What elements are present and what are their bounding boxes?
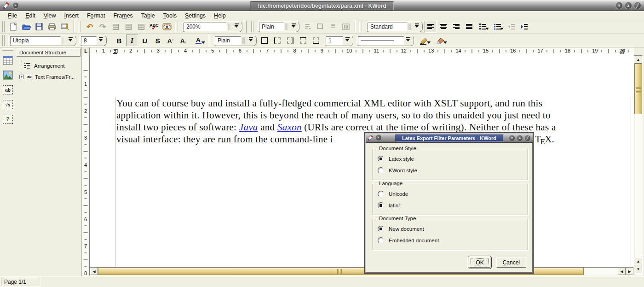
chevron-down-icon[interactable] — [343, 36, 351, 45]
font-family-combo[interactable]: Utopia — [8, 35, 76, 46]
border-color-button[interactable] — [416, 35, 431, 47]
chevron-down-icon[interactable] — [289, 23, 298, 31]
underline-button[interactable]: U — [139, 35, 151, 47]
border-bottom-button[interactable] — [310, 35, 322, 47]
border-width-combo[interactable]: 1 — [324, 35, 353, 46]
border-style-value[interactable] — [358, 36, 404, 45]
border-top-button[interactable] — [297, 35, 309, 47]
italic-button[interactable]: I — [126, 35, 138, 47]
paragraph-style-combo[interactable]: Plain — [257, 21, 299, 32]
menu-file[interactable]: File — [4, 12, 21, 19]
menu-frames[interactable]: Frames — [109, 12, 137, 19]
increase-indent-button[interactable] — [518, 21, 530, 33]
close-button[interactable]: ╱ — [524, 135, 531, 141]
horizontal-ruler[interactable]: 1234567891011121314151617181920 — [90, 47, 634, 55]
shade-button[interactable]: ▾ — [615, 2, 623, 9]
align-justify-button[interactable] — [463, 21, 475, 33]
chevron-down-icon[interactable] — [232, 23, 241, 31]
vertical-ruler[interactable]: 12345678 — [82, 55, 90, 275]
frame-tool-button-1[interactable] — [109, 21, 121, 33]
print-button[interactable] — [46, 21, 58, 33]
font-size-value[interactable]: 8 — [81, 36, 97, 45]
menu-tools[interactable]: Tools — [159, 12, 181, 19]
numbered-list-button[interactable] — [476, 21, 490, 33]
border-right-button[interactable] — [284, 35, 296, 47]
border-left-button[interactable] — [271, 35, 283, 47]
zoom-combo[interactable]: 200% — [182, 21, 242, 32]
latex-export-dialog[interactable]: • Latex Export Filter Parameters - KWord… — [365, 133, 534, 273]
chevron-down-icon[interactable] — [427, 41, 431, 46]
font-family-value[interactable]: Utopia — [10, 36, 61, 45]
font-color-button[interactable]: A — [190, 35, 206, 47]
toolbar-grip[interactable] — [359, 21, 362, 32]
style-tool-button-3[interactable] — [327, 21, 339, 33]
chevron-down-icon[interactable] — [413, 23, 421, 31]
maximize-button[interactable]: ▴ — [625, 2, 632, 9]
radio-button[interactable] — [378, 191, 384, 197]
style-list-value[interactable]: Standard — [368, 23, 407, 31]
horizontal-scrollbar[interactable]: ◀ ◀ ▶ — [90, 267, 634, 275]
sticky-button[interactable]: • — [375, 135, 382, 141]
radio-button[interactable] — [378, 202, 384, 209]
chevron-down-icon[interactable] — [443, 41, 447, 46]
radio-button[interactable] — [378, 226, 384, 232]
save-button[interactable] — [33, 21, 45, 33]
frame-tool-button-3[interactable] — [135, 21, 147, 33]
strikethrough-button[interactable]: S — [152, 35, 164, 47]
menu-format[interactable]: Format — [83, 12, 109, 19]
window-titlebar[interactable]: • file:/home/peter/doc/beginlatex/para.x… — [0, 0, 644, 11]
print-preview-button[interactable] — [59, 21, 71, 33]
font-size-combo[interactable]: 8 — [79, 35, 107, 46]
style-tool-button-1[interactable]: ✶ — [301, 21, 313, 33]
scroll-left-button-2[interactable]: ◀ — [618, 268, 626, 275]
cancel-button[interactable]: Cancel — [496, 257, 526, 268]
chevron-down-icon[interactable] — [500, 28, 504, 32]
chevron-down-icon[interactable] — [66, 36, 75, 45]
scroll-down-button[interactable]: ▼ — [634, 265, 642, 273]
style-list-combo[interactable]: Standard — [366, 21, 423, 32]
chevron-down-icon[interactable] — [247, 36, 255, 45]
shade-button[interactable]: ▾ — [509, 135, 515, 141]
insert-formula-button[interactable]: √x — [1, 98, 14, 111]
insert-picture-button[interactable] — [1, 68, 14, 82]
radio-option[interactable]: latin1 — [378, 201, 528, 210]
align-center-button[interactable] — [437, 21, 449, 33]
radio-button[interactable] — [378, 156, 384, 162]
columns-button[interactable] — [340, 21, 352, 33]
insert-object-button[interactable]: ? — [1, 112, 14, 126]
radio-button[interactable] — [378, 237, 384, 244]
menu-help[interactable]: Help — [210, 12, 230, 19]
document-canvas[interactable]: You can of course buy and install a full… — [90, 55, 634, 267]
radio-button[interactable] — [378, 167, 384, 174]
spellcheck-button[interactable]: ABC ✓ — [148, 21, 160, 33]
maximize-button[interactable]: ▴ — [517, 135, 523, 141]
chevron-down-icon[interactable] — [404, 36, 412, 45]
redo-button[interactable]: ↷ — [97, 21, 109, 33]
align-left-button[interactable] — [425, 21, 437, 33]
background-color-button[interactable] — [432, 35, 448, 47]
new-document-button[interactable] — [7, 21, 19, 33]
vertical-scrollbar-thumb[interactable] — [634, 64, 642, 114]
toolbar-grip[interactable] — [2, 21, 5, 32]
toolbar-grip[interactable] — [175, 21, 178, 32]
bold-button[interactable]: B — [113, 35, 125, 47]
frame-style-value[interactable]: Plain — [215, 36, 241, 45]
border-width-value[interactable]: 1 — [326, 36, 343, 45]
insert-text-frame-button[interactable]: ab — [1, 83, 14, 97]
chevron-down-icon[interactable] — [485, 28, 489, 32]
frame-tool-button-2[interactable] — [122, 21, 134, 33]
tree-item[interactable]: Arrangement — [19, 60, 81, 71]
vertical-scrollbar[interactable]: ▲ ▲ ▼ — [634, 55, 643, 275]
radio-option[interactable]: New document — [378, 224, 528, 234]
dialog-titlebar[interactable]: • Latex Export Filter Parameters - KWord… — [366, 134, 533, 143]
decrease-indent-button[interactable] — [506, 21, 518, 33]
menu-view[interactable]: View — [40, 12, 60, 19]
style-tool-button-2[interactable]: ✶ — [314, 21, 326, 33]
bullet-list-button[interactable] — [491, 21, 505, 33]
border-outline-button[interactable] — [259, 35, 270, 47]
close-button[interactable]: ╱ — [634, 2, 641, 9]
hyperlink[interactable]: Saxon — [277, 122, 302, 133]
toolbar-grip[interactable] — [251, 21, 254, 32]
menu-table[interactable]: Table — [137, 12, 159, 19]
radio-option[interactable]: Unicode — [378, 189, 528, 199]
